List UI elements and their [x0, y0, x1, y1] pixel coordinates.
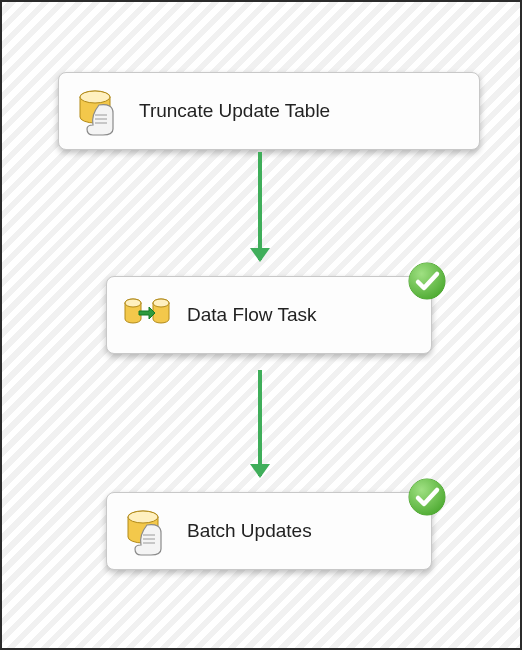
success-check-icon: [407, 261, 447, 301]
task-data-flow-task[interactable]: Data Flow Task: [106, 276, 432, 354]
sql-script-icon: [121, 505, 173, 557]
sql-script-icon: [73, 85, 125, 137]
task-label: Batch Updates: [187, 519, 413, 543]
precedence-arrow-1[interactable]: [258, 152, 262, 260]
data-flow-icon: [121, 289, 173, 341]
ssis-control-flow-canvas[interactable]: Truncate Update Table Data Flow Task: [2, 2, 520, 648]
task-label: Truncate Update Table: [139, 99, 461, 123]
svg-point-8: [153, 299, 169, 307]
svg-point-6: [125, 299, 141, 307]
task-batch-updates[interactable]: Batch Updates: [106, 492, 432, 570]
svg-point-10: [409, 263, 445, 299]
svg-point-12: [128, 511, 158, 523]
success-check-icon: [407, 477, 447, 517]
svg-point-1: [80, 91, 110, 103]
precedence-arrow-2[interactable]: [258, 370, 262, 476]
svg-point-17: [409, 479, 445, 515]
task-truncate-update-table[interactable]: Truncate Update Table: [58, 72, 480, 150]
task-label: Data Flow Task: [187, 303, 413, 327]
